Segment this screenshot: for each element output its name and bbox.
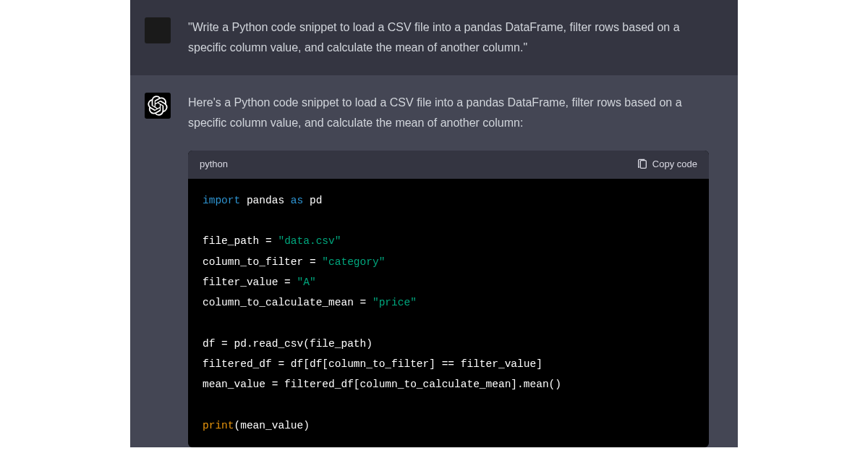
code-body[interactable]: import pandas as pd file_path = "data.cs… (188, 179, 709, 447)
code-token: column_to_calculate_mean (203, 297, 354, 308)
code-token: filtered_df = df[df[column_to_filter] ==… (203, 358, 542, 370)
code-token: pandas (247, 195, 284, 206)
user-message-content: "Write a Python code snippet to load a C… (188, 17, 738, 58)
user-message-row: "Write a Python code snippet to load a C… (130, 0, 738, 75)
code-token: mean_value = filtered_df[column_to_calcu… (203, 379, 561, 390)
chat-container: "Write a Python code snippet to load a C… (130, 0, 738, 456)
code-token: column_to_filter (203, 256, 303, 268)
code-token: = (259, 235, 278, 247)
code-token: print (203, 420, 234, 431)
assistant-avatar (145, 93, 171, 119)
code-token: df = pd.read_csv(file_path) (203, 338, 373, 350)
code-token: "data.csv" (278, 235, 341, 247)
code-token: = (303, 256, 322, 268)
code-token: as (291, 195, 303, 206)
code-token: pd (310, 195, 322, 206)
code-token: = (354, 297, 373, 308)
code-token: filter_value (203, 276, 278, 288)
code-token: import (203, 195, 240, 206)
clipboard-icon (637, 159, 648, 170)
code-token: = (278, 276, 297, 288)
code-language-label: python (200, 156, 228, 173)
code-token: "category" (322, 256, 385, 268)
code-block: python Copy code import pandas as pd fil… (188, 151, 709, 447)
assistant-message-row: Here's a Python code snippet to load a C… (130, 75, 738, 447)
openai-logo-icon (148, 96, 168, 116)
svg-rect-0 (640, 161, 646, 169)
code-header: python Copy code (188, 151, 709, 179)
copy-code-label: Copy code (652, 156, 697, 173)
copy-code-button[interactable]: Copy code (637, 156, 697, 173)
code-token: "A" (297, 276, 316, 288)
user-prompt-text: "Write a Python code snippet to load a C… (188, 21, 680, 54)
user-avatar (145, 17, 171, 43)
code-token: (mean_value) (234, 420, 310, 431)
assistant-intro-text: Here's a Python code snippet to load a C… (188, 93, 709, 133)
assistant-message-content: Here's a Python code snippet to load a C… (188, 93, 738, 447)
code-token: "price" (373, 297, 417, 308)
code-token: file_path (203, 235, 259, 247)
